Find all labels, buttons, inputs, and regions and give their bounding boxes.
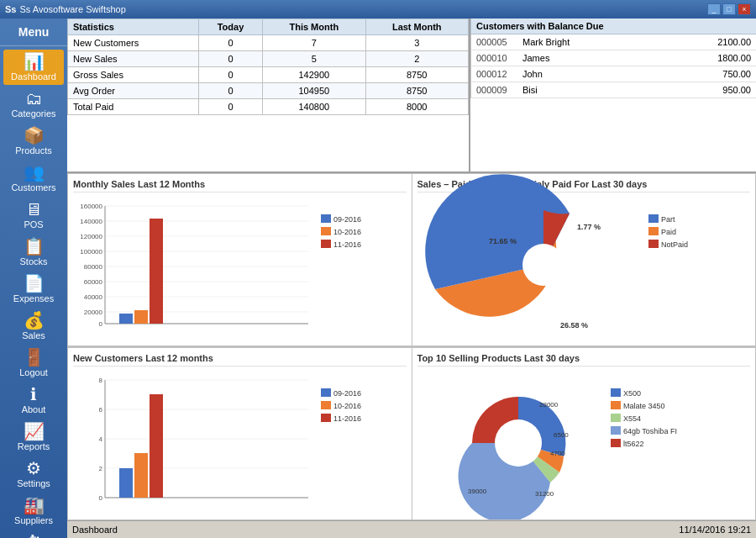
stat-today: 0 (198, 35, 262, 51)
sidebar-label-logout: Logout (19, 367, 48, 377)
app-logo: Ss (5, 4, 16, 14)
bar-nov-customers (150, 394, 163, 498)
label-31200: 31200 (535, 490, 554, 498)
stats-col-label: Statistics (68, 19, 199, 35)
customer-id: 000012 (476, 69, 522, 79)
sidebar-item-customers[interactable]: 👥 Customers (3, 161, 64, 196)
legend-color-sep2 (321, 388, 331, 397)
sidebar-item-categories[interactable]: 🗂 Categories (3, 87, 64, 122)
new-customers-title: New Customers Last 12 months (73, 353, 407, 367)
bar-nov (150, 219, 163, 324)
sidebar-item-expenses[interactable]: 📄 Expenses (3, 272, 64, 307)
legend-color-oct (321, 227, 331, 235)
status-datetime: 11/14/2016 19:21 (679, 525, 751, 535)
sidebar-label-categories: Categories (11, 108, 55, 119)
sidebar-label-dashboard: Dashboard (11, 71, 56, 82)
legend-label-nov: 11-2016 (333, 240, 361, 249)
legend-label-notpaid: NotPaid (661, 240, 688, 249)
legend-color-sep (321, 214, 331, 223)
sidebar-item-suppliers[interactable]: 🏭 Suppliers (3, 493, 64, 529)
stat-thismonth: 142900 (263, 67, 365, 83)
monthly-sales-title: Monthly Sales Last 12 Months (73, 179, 407, 193)
customer-amount: 950.00 (701, 85, 751, 95)
customer-row: 000012 John 750.00 (470, 66, 756, 82)
stat-thismonth: 7 (263, 35, 365, 51)
top-products-svg: 28000 6500 4700 39000 31200 X500 Malate … (417, 372, 745, 510)
svg-text:140000: 140000 (80, 218, 102, 225)
legend-color-x500 (611, 388, 621, 397)
bot-charts-section: New Customers Last 12 months 8 6 4 2 (67, 347, 756, 520)
stat-label: Avg Order (68, 83, 199, 99)
legend-color-64gb (611, 426, 621, 435)
sidebar-item-reports[interactable]: 📈 Reports (3, 419, 64, 455)
mid-charts-section: Monthly Sales Last 12 Months (67, 173, 756, 347)
stat-lastmonth: 8750 (365, 67, 469, 83)
pos-icon: 🖥 (25, 201, 42, 218)
sidebar-item-dashboard[interactable]: 📊 Dashboard (3, 50, 64, 85)
legend-label-part: Part (661, 215, 675, 224)
legend-label-lt5622: lt5622 (623, 440, 644, 448)
monthly-sales-chart: Monthly Sales Last 12 Months (67, 173, 412, 346)
maximize-button[interactable]: □ (722, 3, 736, 15)
svg-text:20000: 20000 (84, 309, 103, 316)
legend-color-part (648, 214, 659, 223)
label-28000: 28000 (539, 401, 559, 409)
stat-lastmonth: 3 (365, 35, 469, 51)
sales-pie-svg: 71.65 % 26.58 % 1.77 % Part Paid NotPaid (417, 198, 745, 336)
customer-row: 000010 James 1800.00 (470, 50, 756, 66)
sales-pie-chart: Sales – Paid, NotPaid, Partialy Paid For… (412, 173, 757, 346)
legend-color-malate (611, 401, 621, 409)
svg-text:40000: 40000 (84, 293, 103, 301)
customers-balance-title: Customers with Balance Due (470, 18, 756, 34)
stat-label: New Customers (68, 35, 199, 51)
svg-text:160000: 160000 (80, 203, 102, 210)
label-39000: 39000 (468, 488, 487, 495)
reports-icon: 📈 (24, 423, 45, 440)
customer-amount: 1800.00 (701, 53, 751, 63)
svg-text:100000: 100000 (80, 248, 102, 256)
window-controls[interactable]: _ □ × (707, 3, 751, 15)
customer-id: 000005 (476, 37, 522, 47)
status-bar: Dashboard 11/14/2016 19:21 (67, 520, 756, 538)
monthly-sales-svg: 160000 140000 120000 100000 80000 60000 … (73, 198, 392, 336)
stat-thismonth: 5 (263, 51, 365, 67)
customers-icon: 👥 (24, 164, 45, 181)
customer-name: Mark Bright (522, 37, 701, 47)
sidebar-item-about[interactable]: ℹ About (3, 382, 64, 418)
sidebar-label-about: About (22, 404, 46, 414)
legend-color-x554 (611, 414, 621, 422)
svg-text:80000: 80000 (84, 263, 103, 271)
legend-label-malate: Malate 3450 (623, 402, 665, 410)
new-customers-chart: New Customers Last 12 months 8 6 4 2 (67, 347, 412, 520)
stat-label: New Sales (68, 51, 199, 67)
categories-icon: 🗂 (25, 90, 42, 107)
dashboard-icon: 📊 (24, 53, 45, 70)
sidebar-item-sales[interactable]: 💰 Sales (3, 309, 64, 344)
app-title: Ss Avosoftware Swiftshop (19, 4, 125, 14)
logout-icon: 🚪 (24, 349, 45, 366)
sidebar-item-pos[interactable]: 🖥 POS (3, 198, 64, 233)
table-row: Gross Sales 0 142900 8750 (68, 67, 469, 83)
stat-today: 0 (198, 99, 262, 115)
svg-text:0: 0 (99, 320, 103, 328)
legend-color-notpaid (648, 240, 659, 248)
top-products-title: Top 10 Selling Products Last 30 days (417, 353, 751, 367)
sidebar-item-timelogs[interactable]: ⏱ TimeLogs (3, 530, 64, 538)
sidebar-item-logout[interactable]: 🚪 Logout (3, 345, 64, 381)
stat-thismonth: 140800 (263, 99, 365, 115)
stat-today: 0 (198, 67, 262, 83)
close-button[interactable]: × (738, 3, 751, 15)
sidebar-item-stocks[interactable]: 📋 Stocks (3, 235, 64, 270)
legend-label-x500: X500 (623, 389, 641, 398)
stat-lastmonth: 2 (365, 51, 469, 67)
sidebar-item-settings[interactable]: ⚙ Settings (3, 456, 64, 492)
svg-text:6: 6 (99, 406, 103, 414)
pie-label-notpaid: 1.77 % (577, 223, 601, 231)
legend-label-64gb: 64gb Toshiba FI (623, 427, 677, 435)
sidebar-item-products[interactable]: 📦 Products (3, 124, 64, 159)
pie-label-paid: 71.65 % (489, 237, 517, 245)
title-bar: Ss Ss Avosoftware Swiftshop _ □ × (0, 0, 756, 18)
sidebar-label-expenses: Expenses (13, 293, 54, 303)
sales-icon: 💰 (24, 312, 45, 329)
minimize-button[interactable]: _ (707, 3, 721, 15)
